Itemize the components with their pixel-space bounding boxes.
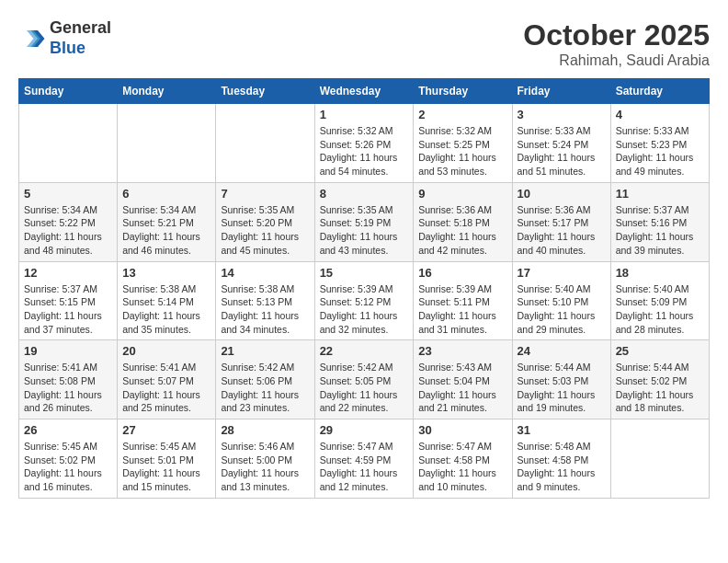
day-number: 30 [418, 423, 506, 437]
logo-text: General Blue [50, 18, 111, 58]
day-cell: 7Sunrise: 5:35 AM Sunset: 5:20 PM Daylig… [216, 182, 314, 261]
weekday-header-tuesday: Tuesday [216, 79, 314, 104]
day-cell: 26Sunrise: 5:45 AM Sunset: 5:02 PM Dayli… [19, 419, 118, 499]
day-number: 1 [320, 108, 409, 121]
day-number: 4 [616, 108, 704, 121]
day-cell: 22Sunrise: 5:42 AM Sunset: 5:05 PM Dayli… [314, 340, 414, 419]
day-info: Sunrise: 5:42 AM Sunset: 5:06 PM Dayligh… [221, 361, 309, 415]
day-cell: 14Sunrise: 5:38 AM Sunset: 5:13 PM Dayli… [216, 261, 314, 340]
day-info: Sunrise: 5:32 AM Sunset: 5:26 PM Dayligh… [320, 124, 409, 178]
day-cell: 5Sunrise: 5:34 AM Sunset: 5:22 PM Daylig… [19, 182, 118, 261]
day-info: Sunrise: 5:35 AM Sunset: 5:19 PM Dayligh… [320, 203, 409, 258]
title-block: October 2025 Rahimah, Saudi Arabia [523, 18, 710, 69]
day-cell [118, 104, 216, 183]
day-cell: 3Sunrise: 5:33 AM Sunset: 5:24 PM Daylig… [512, 104, 610, 183]
day-number: 28 [221, 423, 309, 437]
day-info: Sunrise: 5:38 AM Sunset: 5:13 PM Dayligh… [221, 282, 309, 337]
day-number: 15 [320, 266, 409, 280]
day-number: 31 [518, 423, 606, 437]
day-cell: 27Sunrise: 5:45 AM Sunset: 5:01 PM Dayli… [118, 419, 216, 499]
day-info: Sunrise: 5:45 AM Sunset: 5:01 PM Dayligh… [122, 440, 210, 494]
day-number: 21 [221, 344, 309, 358]
day-number: 6 [122, 187, 210, 201]
day-number: 2 [418, 108, 506, 121]
week-row-4: 19Sunrise: 5:41 AM Sunset: 5:08 PM Dayli… [19, 340, 710, 419]
day-number: 26 [24, 423, 112, 437]
day-info: Sunrise: 5:41 AM Sunset: 5:07 PM Dayligh… [122, 361, 210, 415]
day-number: 29 [320, 423, 409, 437]
day-cell: 10Sunrise: 5:36 AM Sunset: 5:17 PM Dayli… [512, 182, 610, 261]
day-cell [19, 104, 118, 183]
day-info: Sunrise: 5:46 AM Sunset: 5:00 PM Dayligh… [221, 440, 309, 494]
day-info: Sunrise: 5:34 AM Sunset: 5:21 PM Dayligh… [122, 203, 210, 258]
day-info: Sunrise: 5:36 AM Sunset: 5:17 PM Dayligh… [518, 203, 606, 258]
day-info: Sunrise: 5:37 AM Sunset: 5:15 PM Dayligh… [24, 282, 112, 337]
day-cell: 12Sunrise: 5:37 AM Sunset: 5:15 PM Dayli… [19, 261, 118, 340]
day-info: Sunrise: 5:40 AM Sunset: 5:10 PM Dayligh… [518, 282, 606, 337]
logo-general: General [50, 18, 111, 37]
day-info: Sunrise: 5:36 AM Sunset: 5:18 PM Dayligh… [418, 203, 506, 258]
day-number: 12 [24, 266, 112, 280]
day-cell: 31Sunrise: 5:48 AM Sunset: 4:58 PM Dayli… [512, 419, 610, 499]
day-number: 27 [122, 423, 210, 437]
day-number: 23 [418, 344, 506, 358]
day-cell: 23Sunrise: 5:43 AM Sunset: 5:04 PM Dayli… [414, 340, 512, 419]
day-cell: 16Sunrise: 5:39 AM Sunset: 5:11 PM Dayli… [414, 261, 512, 340]
weekday-header-sunday: Sunday [19, 79, 118, 104]
calendar-table: SundayMondayTuesdayWednesdayThursdayFrid… [18, 78, 710, 499]
day-info: Sunrise: 5:37 AM Sunset: 5:16 PM Dayligh… [616, 203, 704, 258]
day-cell: 2Sunrise: 5:32 AM Sunset: 5:25 PM Daylig… [414, 104, 512, 183]
day-number: 13 [122, 266, 210, 280]
day-cell: 13Sunrise: 5:38 AM Sunset: 5:14 PM Dayli… [118, 261, 216, 340]
location-title: Rahimah, Saudi Arabia [523, 52, 710, 69]
weekday-header-monday: Monday [118, 79, 216, 104]
day-number: 11 [616, 187, 704, 201]
day-info: Sunrise: 5:41 AM Sunset: 5:08 PM Dayligh… [24, 361, 112, 415]
day-info: Sunrise: 5:32 AM Sunset: 5:25 PM Dayligh… [418, 124, 506, 178]
week-row-1: 1Sunrise: 5:32 AM Sunset: 5:26 PM Daylig… [19, 104, 710, 183]
logo: General Blue [18, 18, 111, 58]
day-info: Sunrise: 5:44 AM Sunset: 5:03 PM Dayligh… [518, 361, 606, 415]
day-cell: 19Sunrise: 5:41 AM Sunset: 5:08 PM Dayli… [19, 340, 118, 419]
week-row-3: 12Sunrise: 5:37 AM Sunset: 5:15 PM Dayli… [19, 261, 710, 340]
day-info: Sunrise: 5:40 AM Sunset: 5:09 PM Dayligh… [616, 282, 704, 337]
day-cell: 8Sunrise: 5:35 AM Sunset: 5:19 PM Daylig… [314, 182, 414, 261]
day-info: Sunrise: 5:43 AM Sunset: 5:04 PM Dayligh… [418, 361, 506, 415]
day-number: 20 [122, 344, 210, 358]
day-cell: 25Sunrise: 5:44 AM Sunset: 5:02 PM Dayli… [610, 340, 709, 419]
day-cell: 28Sunrise: 5:46 AM Sunset: 5:00 PM Dayli… [216, 419, 314, 499]
day-number: 17 [518, 266, 606, 280]
day-number: 16 [418, 266, 506, 280]
day-number: 10 [518, 187, 606, 201]
day-number: 14 [221, 266, 309, 280]
weekday-header-friday: Friday [512, 79, 610, 104]
logo-icon [18, 25, 46, 52]
day-info: Sunrise: 5:47 AM Sunset: 4:59 PM Dayligh… [320, 440, 409, 494]
day-cell: 11Sunrise: 5:37 AM Sunset: 5:16 PM Dayli… [610, 182, 709, 261]
day-cell: 21Sunrise: 5:42 AM Sunset: 5:06 PM Dayli… [216, 340, 314, 419]
day-number: 9 [418, 187, 506, 201]
day-cell: 30Sunrise: 5:47 AM Sunset: 4:58 PM Dayli… [414, 419, 512, 499]
day-cell: 29Sunrise: 5:47 AM Sunset: 4:59 PM Dayli… [314, 419, 414, 499]
day-cell: 18Sunrise: 5:40 AM Sunset: 5:09 PM Dayli… [610, 261, 709, 340]
day-info: Sunrise: 5:47 AM Sunset: 4:58 PM Dayligh… [418, 440, 506, 494]
day-cell [610, 419, 709, 499]
day-cell: 6Sunrise: 5:34 AM Sunset: 5:21 PM Daylig… [118, 182, 216, 261]
day-cell: 4Sunrise: 5:33 AM Sunset: 5:23 PM Daylig… [610, 104, 709, 183]
day-number: 5 [24, 187, 112, 201]
day-number: 3 [518, 108, 606, 121]
day-info: Sunrise: 5:42 AM Sunset: 5:05 PM Dayligh… [320, 361, 409, 415]
week-row-2: 5Sunrise: 5:34 AM Sunset: 5:22 PM Daylig… [19, 182, 710, 261]
month-title: October 2025 [523, 18, 710, 52]
day-number: 19 [24, 344, 112, 358]
day-cell [216, 104, 314, 183]
day-number: 18 [616, 266, 704, 280]
day-cell: 17Sunrise: 5:40 AM Sunset: 5:10 PM Dayli… [512, 261, 610, 340]
day-cell: 1Sunrise: 5:32 AM Sunset: 5:26 PM Daylig… [314, 104, 414, 183]
day-cell: 20Sunrise: 5:41 AM Sunset: 5:07 PM Dayli… [118, 340, 216, 419]
day-number: 24 [518, 344, 606, 358]
week-row-5: 26Sunrise: 5:45 AM Sunset: 5:02 PM Dayli… [19, 419, 710, 499]
weekday-header-thursday: Thursday [414, 79, 512, 104]
logo-blue: Blue [50, 39, 85, 57]
weekday-header-row: SundayMondayTuesdayWednesdayThursdayFrid… [19, 79, 710, 104]
